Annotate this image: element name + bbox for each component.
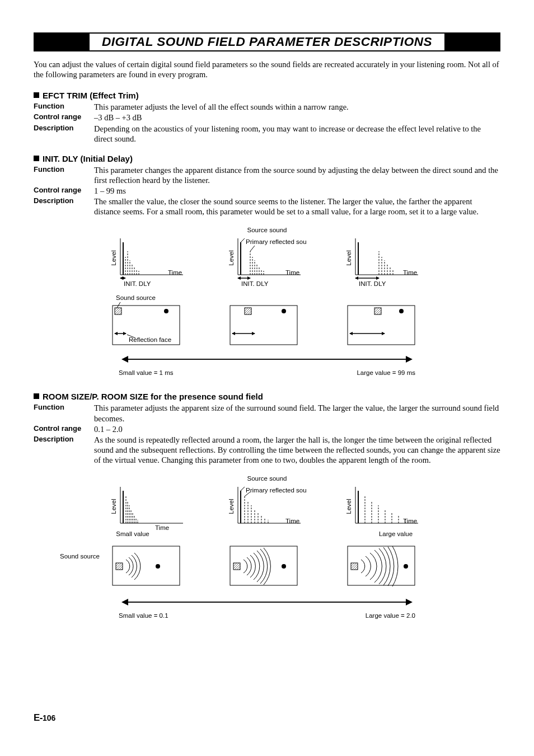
svg-point-53 [164,309,168,313]
intro-text: You can adjust the values of certain dig… [34,59,500,79]
svg-point-118 [282,564,286,569]
label-function: Function [34,403,90,423]
square-bullet-icon [34,156,39,161]
svg-rect-64 [374,308,381,314]
roomsize-chart-2: Level Time Primary reflected sound [228,484,306,537]
label-range: Control range [34,424,90,434]
label-description: Description [34,435,90,465]
svg-rect-59 [245,308,251,314]
svg-rect-52 [115,308,121,314]
svg-text:INIT. DLY: INIT. DLY [241,280,269,287]
label-range: Control range [34,186,90,196]
svg-text:Level: Level [110,499,117,514]
value-function: This parameter adjusts the level of all … [94,102,500,112]
init-dly-chart-2: Level Time Primary reflected sound INIT.… [228,236,306,289]
value-range: 0.1 – 2.0 [94,424,500,434]
square-bullet-icon [34,92,39,98]
svg-point-115 [156,564,160,569]
roomsize-chart-1: Level Time Small value [110,484,189,537]
small-value-caption: Small value = 0.1 [119,612,168,619]
speaker-box-3 [345,543,424,593]
svg-text:Time: Time [168,269,182,276]
heading-text: EFCT TRIM (Effect Trim) [43,91,139,100]
value-function: This parameter changes the apparent dist… [94,165,500,185]
diagram-init-dly: Source sound Level Time INIT. DLY [34,227,500,376]
heading-text: INIT. DLY (Initial Delay) [43,154,133,163]
svg-text:Sound source: Sound source [116,294,156,301]
init-dly-chart-1: Level Time INIT. DLY [110,236,189,289]
source-sound-label: Source sound [247,227,287,233]
large-value-caption: Large value = 99 ms [357,369,415,376]
svg-text:Level: Level [228,499,235,514]
value-function: This parameter adjusts the apparent size… [94,403,500,423]
source-sound-label: Source sound [247,475,287,482]
value-description: Depending on the acoustics of your liste… [94,124,500,144]
square-bullet-icon [34,393,39,399]
svg-text:Primary reflected sound: Primary reflected sound [246,238,306,245]
svg-line-22 [250,246,255,251]
range-arrow [119,355,415,364]
svg-line-50 [117,302,120,308]
svg-text:Time: Time [403,518,417,524]
section-init-dly: INIT. DLY (Initial Delay) [34,154,500,163]
value-range: –3 dB – +3 dB [94,112,500,123]
svg-text:INIT. DLY: INIT. DLY [359,280,386,287]
label-function: Function [34,102,90,112]
svg-text:Level: Level [110,251,117,266]
svg-text:Reflection face: Reflection face [129,336,171,343]
svg-text:Small value: Small value [116,530,149,537]
heading-text: ROOM SIZE/P. ROOM SIZE for the presence … [43,392,263,401]
svg-point-121 [404,564,408,569]
svg-text:Time: Time [403,269,417,276]
svg-text:Level: Level [228,251,235,266]
init-dly-chart-3: Level Time INIT. DLY [345,236,424,289]
label-description: Description [34,124,90,144]
svg-rect-114 [116,563,123,570]
title-bar: DIGITAL SOUND FIELD PARAMETER DESCRIPTIO… [34,32,500,51]
page-title: DIGITAL SOUND FIELD PARAMETER DESCRIPTIO… [102,35,432,49]
room-box-2 [228,294,306,350]
value-description: The smaller the value, the closer the so… [94,196,500,217]
svg-line-89 [241,487,245,491]
param-table-roomsize: Function This parameter adjusts the appa… [34,403,500,465]
label-range: Control range [34,112,90,123]
svg-rect-58 [230,306,297,345]
page-number: E-106 [34,712,55,724]
svg-text:Time: Time [285,518,299,524]
svg-point-60 [282,309,286,313]
title-box: DIGITAL SOUND FIELD PARAMETER DESCRIPTIO… [90,34,444,50]
svg-text:Primary reflected sound: Primary reflected sound [246,487,306,494]
svg-text:Time: Time [285,269,299,276]
room-box-1: Sound source Reflection face [110,294,189,350]
room-box-3 [345,294,424,350]
section-efct-trim: EFCT TRIM (Effect Trim) [34,91,500,100]
roomsize-chart-3: Level Time Large value [345,484,424,537]
range-arrow-2 [119,598,415,607]
svg-text:INIT. DLY: INIT. DLY [124,280,151,287]
speaker-box-1 [110,543,189,593]
svg-text:Large value: Large value [379,530,413,537]
svg-text:Level: Level [345,499,352,514]
svg-point-65 [399,309,404,313]
speaker-box-2 [228,543,306,593]
value-description: As the sound is repeatedly reflected aro… [94,435,500,465]
large-value-caption: Large value = 2.0 [366,612,415,619]
svg-line-20 [241,238,245,242]
diagram-room-size: Source sound Level Time Small value Leve… [34,475,500,619]
param-table-initdly: Function This parameter changes the appa… [34,165,500,217]
label-description: Description [34,196,90,217]
value-range: 1 – 99 ms [94,186,500,196]
svg-rect-120 [351,563,358,570]
label-function: Function [34,165,90,185]
svg-text:Time: Time [155,524,169,531]
sound-source-label: Sound source [60,553,100,560]
param-table-efct: Function This parameter adjusts the leve… [34,102,500,144]
small-value-caption: Small value = 1 ms [119,369,173,376]
svg-rect-117 [233,563,240,570]
section-room-size: ROOM SIZE/P. ROOM SIZE for the presence … [34,392,500,401]
svg-text:Level: Level [345,251,352,266]
